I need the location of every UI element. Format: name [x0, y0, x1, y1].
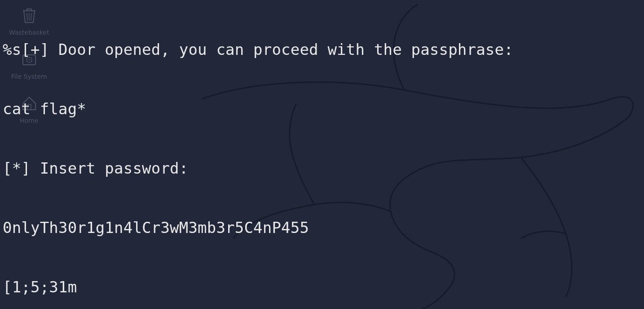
terminal-line: %s[+] Door opened, you can proceed with … [3, 40, 644, 59]
terminal-line: cat flag* [3, 99, 644, 119]
terminal-line: 0nlyTh30r1g1n4lCr3wM3mb3r5C4nP455 [3, 218, 644, 237]
terminal-line: [1;5;31m [3, 277, 644, 297]
terminal-line: [*] Insert password: [3, 158, 644, 178]
terminal-output[interactable]: %s[+] Door opened, you can proceed with … [3, 0, 644, 309]
